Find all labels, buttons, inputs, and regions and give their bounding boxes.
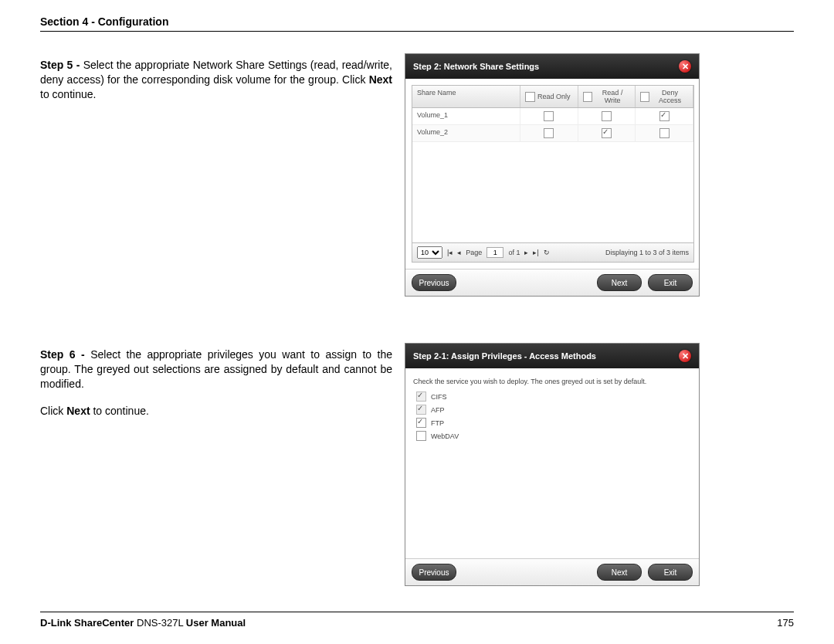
checkbox-rw-vol1[interactable] [602,111,612,121]
pager: 10 |◂ ◂ Page of 1 ▸ ▸| ↻ Displaying 1 to… [412,242,693,262]
next-button[interactable]: Next [597,564,642,581]
close-icon[interactable]: ✕ [679,350,691,362]
service-webdav[interactable]: WebDAV [416,431,693,441]
checkbox-afp [416,405,426,415]
next-page-icon[interactable]: ▸ [524,249,528,256]
service-ftp[interactable]: FTP [416,418,693,428]
checkbox-icon[interactable] [640,92,649,102]
step5-text: Select the appropriate Network Share Set… [40,59,392,86]
checkbox-rw-vol2[interactable] [602,128,612,138]
footer-model: DNS-327L [134,617,185,629]
checkbox-icon[interactable] [583,92,592,102]
previous-button[interactable]: Previous [412,274,456,291]
col-deny-access[interactable]: Deny Access [636,86,693,107]
checkbox-ro-vol1[interactable] [544,111,554,121]
page-of-label: of 1 [508,249,520,256]
step5-label: Step 5 - [40,59,83,71]
page-size-select[interactable]: 10 [417,246,442,259]
table-cell-name: Volume_2 [412,125,520,141]
last-page-icon[interactable]: ▸| [533,249,538,256]
dialog-network-share: Step 2: Network Share Settings ✕ Share N… [405,53,700,297]
page-footer: D-Link ShareCenter DNS-327L User Manual … [40,612,794,629]
service-cifs-label: CIFS [431,393,447,401]
step6-line2c: to continue. [90,405,149,417]
checkbox-icon[interactable] [525,92,535,102]
page-label: Page [466,249,482,256]
dialog1-title: Step 2: Network Share Settings [413,62,539,71]
service-afp: AFP [416,405,693,415]
service-note: Check the service you wish to deploy. Th… [413,378,693,385]
step5-instruction: Step 5 - Select the appropriate Network … [40,58,392,102]
first-page-icon[interactable]: |◂ [447,249,453,256]
section-header: Section 4 - Configuration [40,15,794,32]
previous-button[interactable]: Previous [412,564,456,581]
dialog2-titlebar: Step 2-1: Assign Privileges - Access Met… [405,344,699,368]
footer-manual: User Manual [186,617,246,629]
step6-line2a: Click [40,405,66,417]
step5-text-end: to continue. [40,88,96,100]
checkbox-deny-vol1[interactable] [659,111,670,121]
exit-button[interactable]: Exit [648,274,693,291]
col-read-only[interactable]: Read Only [520,86,578,107]
col-read-write-label: Read / Write [595,89,630,104]
service-cifs: CIFS [416,391,693,402]
checkbox-ftp[interactable] [416,418,426,428]
prev-page-icon[interactable]: ◂ [457,249,461,256]
page-number: 175 [777,617,794,629]
checkbox-cifs [416,391,426,402]
checkbox-deny-vol2[interactable] [659,128,670,138]
share-table: Share Name Read Only Read / Write Deny A… [412,85,694,263]
dialog2-empty-area [412,444,693,552]
step6-label: Step 6 - [40,348,90,361]
service-afp-label: AFP [431,406,445,414]
exit-button[interactable]: Exit [648,564,693,581]
footer-left: D-Link ShareCenter DNS-327L User Manual [40,617,246,629]
step5-next-bold: Next [369,73,392,86]
footer-brand: D-Link ShareCenter [40,617,134,629]
table-empty-area [412,142,693,242]
col-read-write[interactable]: Read / Write [578,86,636,107]
step6-instruction: Step 6 - Select the appropriate privileg… [40,347,392,419]
close-icon[interactable]: ✕ [679,60,691,73]
service-ftp-label: FTP [431,419,444,427]
table-cell-name: Volume_1 [412,108,520,124]
next-button[interactable]: Next [597,274,642,291]
col-share-name[interactable]: Share Name [412,86,520,107]
service-webdav-label: WebDAV [431,432,459,440]
dialog1-titlebar: Step 2: Network Share Settings ✕ [405,54,699,79]
step6-line2b: Next [66,405,90,417]
page-number-input[interactable] [486,247,503,258]
dialog-assign-privileges: Step 2-1: Assign Privileges - Access Met… [405,343,700,586]
refresh-icon[interactable]: ↻ [544,249,550,256]
col-read-only-label: Read Only [537,93,571,100]
checkbox-webdav[interactable] [416,431,426,441]
dialog2-title: Step 2-1: Assign Privileges - Access Met… [413,351,596,361]
col-deny-access-label: Deny Access [652,89,688,104]
checkbox-ro-vol2[interactable] [544,128,554,138]
step6-text: Select the appropriate privileges you wa… [40,348,392,390]
pager-summary: Displaying 1 to 3 of 3 items [605,249,689,256]
